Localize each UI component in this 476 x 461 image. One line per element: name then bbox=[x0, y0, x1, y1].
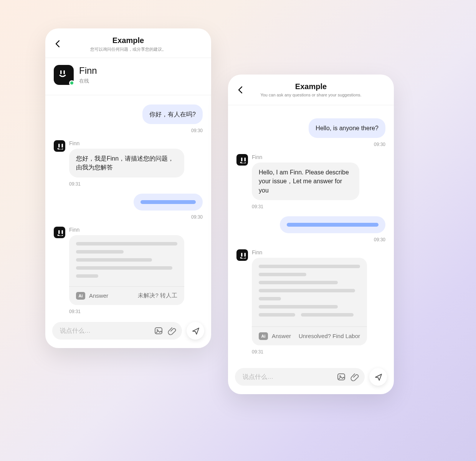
sender-name: Finn bbox=[252, 249, 367, 255]
timestamp: 09:31 bbox=[69, 181, 203, 187]
image-icon bbox=[337, 372, 346, 381]
timestamp: 09:30 bbox=[236, 237, 385, 242]
smile-icon bbox=[239, 252, 246, 259]
back-button[interactable] bbox=[235, 85, 246, 95]
page-title: Example bbox=[236, 82, 385, 91]
message-user-loading bbox=[54, 194, 203, 211]
smile-icon bbox=[56, 229, 63, 236]
answer-button[interactable]: Ai Answer bbox=[76, 292, 108, 300]
message-input[interactable] bbox=[60, 327, 150, 334]
message-bot-card: Finn Ai Answer 未解决? 转人工 bbox=[54, 227, 203, 305]
answer-label: Answer bbox=[272, 333, 291, 339]
message-bot: Finn Hello, I am Finn. Please describe y… bbox=[236, 154, 385, 200]
timestamp: 09:30 bbox=[54, 128, 203, 133]
timestamp: 09:31 bbox=[69, 309, 203, 314]
timestamp: 09:31 bbox=[252, 204, 385, 209]
message-bot-card: Finn Ai Answe bbox=[236, 249, 385, 345]
chevron-left-icon bbox=[53, 39, 62, 48]
skeleton-bubble bbox=[134, 194, 203, 211]
send-button[interactable] bbox=[369, 368, 387, 386]
answer-button[interactable]: Ai Answer bbox=[259, 332, 291, 340]
smile-icon bbox=[56, 143, 63, 149]
bot-info: Finn 在线 bbox=[45, 58, 211, 95]
message-thread: Hello, is anyone there? 09:30 Finn Hello… bbox=[228, 105, 394, 363]
answer-card: Ai Answer Unresolved? Find Labor bbox=[252, 258, 367, 345]
avatar bbox=[54, 140, 65, 152]
send-icon bbox=[374, 373, 382, 381]
send-icon bbox=[191, 327, 200, 335]
image-button[interactable] bbox=[154, 326, 164, 336]
message-bubble: 您好，我是Finn，请描述您的问题，由我为您解答 bbox=[69, 149, 184, 177]
smile-icon bbox=[239, 156, 246, 163]
image-button[interactable] bbox=[336, 372, 346, 382]
compose-box bbox=[235, 368, 365, 386]
composer bbox=[45, 317, 211, 348]
image-icon bbox=[154, 326, 163, 335]
paperclip-icon bbox=[350, 372, 360, 381]
avatar bbox=[54, 227, 65, 238]
message-bubble: 你好，有人在吗? bbox=[142, 104, 203, 124]
header: Example 您可以询问任何问题，或分享您的建议。 bbox=[45, 28, 211, 58]
ai-badge: Ai bbox=[259, 332, 268, 340]
compose-box bbox=[52, 322, 182, 340]
message-user: Hello, is anyone there? bbox=[236, 118, 385, 138]
timestamp: 09:30 bbox=[236, 142, 385, 147]
phone-left: Example 您可以询问任何问题，或分享您的建议。 Finn 在线 你好，有人… bbox=[45, 28, 211, 348]
bot-presence: 在线 bbox=[79, 78, 97, 85]
back-button[interactable] bbox=[52, 38, 63, 49]
timestamp: 09:30 bbox=[54, 214, 203, 220]
sender-name: Finn bbox=[69, 140, 184, 146]
page-title: Example bbox=[54, 36, 203, 45]
phone-right: Example You can ask any questions or sha… bbox=[228, 75, 394, 394]
message-user: 你好，有人在吗? bbox=[54, 104, 203, 124]
message-user-loading bbox=[236, 216, 385, 233]
message-thread: 你好，有人在吗? 09:30 Finn 您好，我是Finn，请描述您的问题，由我… bbox=[45, 95, 211, 317]
presence-indicator bbox=[69, 80, 74, 86]
transfer-button[interactable]: 未解决? 转人工 bbox=[138, 292, 177, 299]
message-bubble: Hello, I am Finn. Please describe your i… bbox=[252, 163, 359, 200]
answer-card: Ai Answer 未解决? 转人工 bbox=[69, 235, 184, 305]
smile-icon bbox=[58, 69, 69, 81]
answer-label: Answer bbox=[89, 292, 108, 299]
transfer-button[interactable]: Unresolved? Find Labor bbox=[299, 333, 360, 339]
chevron-left-icon bbox=[236, 85, 245, 95]
paperclip-icon bbox=[168, 326, 177, 335]
timestamp: 09:31 bbox=[252, 349, 385, 355]
bot-name: Finn bbox=[79, 65, 97, 76]
skeleton-bubble bbox=[280, 216, 385, 233]
send-button[interactable] bbox=[187, 322, 204, 340]
header: Example You can ask any questions or sha… bbox=[228, 75, 394, 105]
avatar bbox=[236, 154, 248, 166]
sender-name: Finn bbox=[69, 227, 184, 233]
message-bot: Finn 您好，我是Finn，请描述您的问题，由我为您解答 bbox=[54, 140, 203, 177]
attach-button[interactable] bbox=[167, 326, 177, 336]
sender-name: Finn bbox=[252, 154, 359, 160]
ai-badge: Ai bbox=[76, 292, 85, 300]
page-subtitle: 您可以询问任何问题，或分享您的建议。 bbox=[54, 46, 203, 52]
bot-avatar bbox=[54, 65, 74, 85]
composer bbox=[228, 363, 394, 394]
page-subtitle: You can ask any questions or share your … bbox=[236, 93, 385, 97]
attach-button[interactable] bbox=[350, 372, 360, 382]
message-bubble: Hello, is anyone there? bbox=[309, 118, 385, 138]
avatar bbox=[236, 249, 248, 261]
message-input[interactable] bbox=[243, 373, 332, 380]
